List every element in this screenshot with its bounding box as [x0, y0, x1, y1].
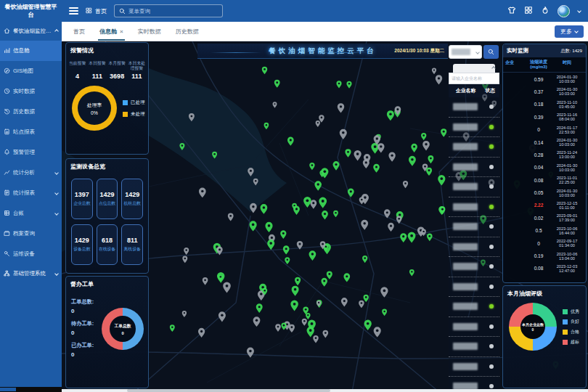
- tab-信息舱[interactable]: 信息舱×: [92, 22, 131, 41]
- company-list-item[interactable]: [449, 118, 499, 138]
- company-list-item[interactable]: [449, 277, 499, 298]
- sidebar-item-实时数据[interactable]: 实时数据: [0, 81, 62, 102]
- realtime-row[interactable]: 0.052024-01-30 10:03:00: [503, 187, 586, 199]
- realtime-row[interactable]: 0.592024-01-30 10:03:00: [503, 73, 586, 85]
- sidebar-item-站点报表[interactable]: 站点报表: [0, 122, 62, 142]
- sidebar-item-label: 统计报表: [13, 189, 52, 197]
- legend-swatch: [123, 100, 128, 105]
- scrollbar-thumb[interactable]: [127, 389, 330, 392]
- realtime-row[interactable]: 0.082023-11-01 22:25:00: [503, 174, 586, 187]
- realtime-row[interactable]: 0.182023-11-10 03:45:00: [503, 98, 586, 110]
- device-stat-企业总数[interactable]: 1397企业总数: [71, 179, 93, 219]
- sidebar-item-label: GIS地图: [13, 68, 58, 75]
- workorder-donut[interactable]: 工单总数 0: [102, 308, 144, 350]
- alarm-stat: 本日未处理报警111: [127, 61, 147, 80]
- rating-legend-超标: 超标: [563, 339, 579, 346]
- legend-label: 良好: [571, 319, 579, 325]
- company-name-search[interactable]: [449, 73, 499, 84]
- company-select-dropdown[interactable]: [449, 45, 482, 59]
- sidebar-item-GIS地图[interactable]: GIS地图: [0, 61, 62, 81]
- concentration-value: 0.59: [527, 77, 550, 82]
- company-list-item[interactable]: [449, 137, 499, 158]
- alarm-stat-label: 本日未处理报警: [127, 61, 147, 71]
- device-stat-点位总数[interactable]: 1429点位总数: [97, 179, 118, 219]
- realtime-row[interactable]: 0.042024-01-30 10:03:00: [503, 161, 586, 173]
- search-button[interactable]: [483, 45, 499, 59]
- company-name-input[interactable]: [452, 76, 497, 81]
- processing-rate-donut[interactable]: 处理率 0%: [72, 86, 117, 131]
- realtime-row[interactable]: 0.022023-09-01 17:39:00: [503, 212, 586, 224]
- timestamp: 2024-01-30 10:03:00: [550, 75, 584, 83]
- tab-历史数据[interactable]: 历史数据: [168, 22, 206, 41]
- status-dot-offline: [489, 364, 494, 369]
- company-list-item[interactable]: [449, 257, 499, 277]
- sidebar-item-统计报表[interactable]: 统计报表: [0, 183, 62, 203]
- device-stat-离线设备[interactable]: 811离线设备: [121, 224, 143, 265]
- chevron-down-icon[interactable]: [577, 9, 581, 13]
- company-name-redacted: [453, 143, 478, 150]
- company-list-item[interactable]: [449, 297, 499, 317]
- realtime-row[interactable]: 0.392023-11-16 08:04:00: [503, 111, 586, 123]
- more-button[interactable]: 更多: [555, 25, 584, 38]
- sidebar-scroll-nub[interactable]: [0, 388, 16, 391]
- sidebar-item-信息舱[interactable]: 信息舱: [0, 41, 62, 61]
- timestamp: 2023-09-01 17:39:00: [550, 213, 584, 222]
- company-list-item[interactable]: [449, 237, 499, 258]
- sidebar-item-预警管理[interactable]: 预警管理: [0, 142, 62, 163]
- col-concentration: 油烟浓度(mg/m3): [527, 60, 550, 70]
- sidebar-item-档案查询[interactable]: 档案查询: [0, 224, 62, 244]
- alarm-body: 处理率 0% 已处理未处理: [66, 81, 148, 131]
- navbar-right-icons: [507, 4, 581, 17]
- tab-实时数据[interactable]: 实时数据: [131, 22, 168, 41]
- company-list-item[interactable]: [449, 317, 499, 338]
- company-list-item[interactable]: [449, 337, 499, 357]
- realtime-row[interactable]: 02022-09-17 01:34:00: [503, 237, 586, 249]
- avatar[interactable]: [558, 5, 570, 17]
- company-name-redacted: [453, 303, 478, 310]
- realtime-row[interactable]: 0.192023-10-06 13:04:00: [503, 250, 586, 262]
- sidebar-item-历史数据[interactable]: 历史数据: [0, 102, 62, 122]
- company-list-item[interactable]: [449, 97, 499, 118]
- nav-home-link[interactable]: 首页: [86, 7, 107, 15]
- sidebar-item-运维设备[interactable]: 运维设备: [0, 244, 62, 264]
- legend-label: 未处理: [131, 111, 145, 118]
- collapse-bar[interactable]: [453, 64, 495, 73]
- company-name-redacted: [453, 123, 478, 131]
- realtime-row[interactable]: 0.282023-11-24 13:00:00: [503, 149, 586, 161]
- device-stat-设备总数[interactable]: 1429设备总数: [71, 224, 93, 265]
- company-list-item[interactable]: [449, 217, 499, 237]
- menu-search-box[interactable]: [114, 4, 223, 17]
- realtime-row[interactable]: 0.52023-10-06 16:44:00: [503, 224, 586, 237]
- skin-icon[interactable]: [507, 4, 516, 17]
- realtime-row[interactable]: 0.372024-01-30 10:03:00: [503, 86, 586, 98]
- device-stat-在线设备[interactable]: 618在线设备: [97, 224, 118, 265]
- status-dot-offline: [489, 224, 494, 229]
- sidebar-section-餐饮油烟监控管理系统[interactable]: 餐饮油烟监控管理系统: [0, 22, 62, 41]
- realtime-row[interactable]: 0.142024-01-30 10:03:00: [503, 136, 586, 148]
- horizontal-scrollbar[interactable]: [62, 389, 588, 392]
- processing-rate-label: 处理率: [87, 102, 102, 109]
- sidebar-item-统计分析[interactable]: 统计分析: [0, 163, 62, 183]
- realtime-row[interactable]: 02024-01-17 22:53:00: [503, 123, 586, 136]
- legend-label: 超标: [571, 339, 579, 346]
- hamburger-menu-icon[interactable]: [69, 7, 78, 15]
- flame-icon[interactable]: [541, 4, 550, 17]
- menu-search-input[interactable]: [128, 8, 218, 15]
- device-stat-机组总数[interactable]: 1429机组总数: [121, 179, 143, 219]
- company-list-item[interactable]: [449, 177, 499, 197]
- company-list-item[interactable]: [449, 158, 499, 178]
- device-stat-value: 1429: [75, 237, 89, 244]
- sidebar-section-基础管理系统[interactable]: 基础管理系统: [0, 264, 62, 283]
- timestamp: 2023-12-03 12:47:00: [550, 264, 584, 273]
- tab-close-icon[interactable]: ×: [120, 28, 123, 35]
- tab-首页[interactable]: 首页: [66, 22, 92, 41]
- realtime-row[interactable]: 0.082023-12-03 12:47:00: [503, 262, 586, 274]
- realtime-row[interactable]: 2.222023-12-15 01:11:00: [503, 199, 586, 211]
- sidebar-item-台账[interactable]: 台账: [0, 203, 62, 224]
- status-dot-offline: [489, 105, 494, 109]
- rating-donut[interactable]: 本月企业总数 0: [509, 303, 557, 351]
- company-list-item[interactable]: [449, 197, 499, 218]
- report-icon: [4, 128, 10, 136]
- company-list-item[interactable]: [449, 357, 499, 377]
- apps-icon[interactable]: [524, 4, 533, 17]
